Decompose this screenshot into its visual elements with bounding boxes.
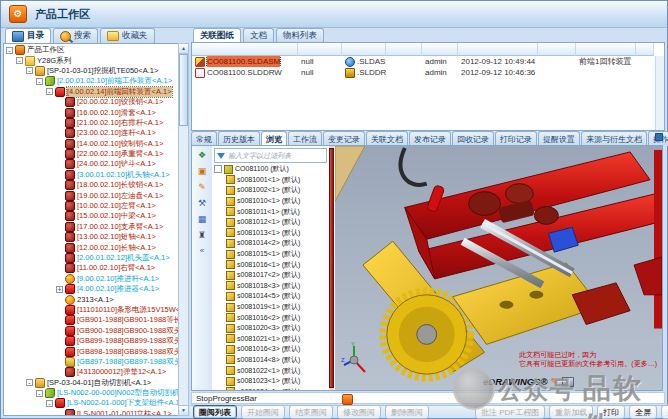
tree-item[interactable]: - Y28G系列	[4, 55, 178, 65]
tab-search[interactable]: 搜索	[53, 28, 98, 43]
tree-item[interactable]: [10.00.02.10]左臂<A.1>	[4, 201, 178, 211]
viewport-3d[interactable]: Y Z 此文档可能已过时，因为 它具有可能已更新的文件参考引用。(更多…) eD…	[335, 146, 662, 390]
action-button[interactable]: 全屏	[629, 405, 657, 419]
component-item[interactable]: s0081020<3> (默认)	[212, 323, 329, 334]
tree-item[interactable]: [20.00.02.10]铰接销<A.1>	[4, 97, 178, 107]
tree-item[interactable]: [11.00.02.10]右臂<A.1>	[4, 263, 178, 273]
tree-scrollbar[interactable]: ▲ ▼	[178, 43, 189, 416]
tree-item[interactable]: [22.00.02.10]承重臂<A.1>	[4, 149, 178, 159]
component-item[interactable]: s0081019<1> (默认)	[212, 302, 329, 313]
component-item[interactable]: s0081002<1> (默认)	[212, 185, 329, 196]
action-button[interactable]: 修改圈阅	[337, 405, 381, 419]
tree-item[interactable]: [GB899-1988]GB899-1988双头螺柱A型<A.1>	[4, 336, 178, 346]
column-header[interactable]	[458, 43, 538, 56]
scrollbar-thumb[interactable]	[329, 148, 334, 388]
component-item[interactable]: s0081013<1> (默认)	[212, 228, 329, 239]
column-header[interactable]	[298, 43, 342, 56]
component-item[interactable]: s0081022<1> (默认)	[212, 365, 329, 376]
tree-item[interactable]: [111010110]条形电源15V15W<A.1>	[4, 305, 178, 315]
expander-icon[interactable]: -	[26, 379, 33, 386]
component-item[interactable]: s0081017<2> (默认)	[212, 270, 329, 281]
component-item[interactable]: s0081001<1> (默认)	[212, 175, 329, 186]
tree-item[interactable]: [GB897-1988]GB897-1988双头螺柱A型<A.1>	[4, 357, 178, 367]
expander-icon[interactable]: -	[46, 88, 53, 95]
column-header[interactable]	[342, 43, 386, 56]
tree-item[interactable]: - [SP-03-04-01]自动切割机<A.1>	[4, 378, 178, 388]
assembly-root-item[interactable]: CO081100 (默认)	[212, 164, 329, 175]
tree-item[interactable]: [18.00.02.10]长铰销<A.1>	[4, 180, 178, 190]
tree-item[interactable]: [GB901-1988]GB901-1988等长双头螺柱<A.1>	[4, 315, 178, 325]
column-header[interactable]	[576, 43, 636, 56]
tree-item[interactable]: [GB898-1988]GB898-1988双头螺柱A型<A.1>	[4, 346, 178, 356]
doc-tab[interactable]: 关联图纸	[193, 28, 241, 43]
tree-item[interactable]: - 产品工作区	[4, 45, 178, 55]
detail-tab[interactable]: 常规	[191, 131, 217, 146]
tab-catalog[interactable]: 目录	[5, 28, 51, 43]
tree-item[interactable]: [GB900-1988]GB900-1988双头螺柱A型<A.1>	[4, 326, 178, 336]
expander-icon[interactable]: -	[36, 390, 43, 397]
table-scrollbar[interactable]	[655, 56, 664, 130]
tree-item[interactable]: [14.00.02.10]铰制销<A.1>	[4, 139, 178, 149]
expander-icon[interactable]: -	[46, 400, 53, 407]
detail-tab[interactable]: 关联文档	[366, 131, 408, 146]
detail-tab[interactable]: 回收记录	[452, 131, 494, 146]
action-button[interactable]: 关闭	[661, 405, 668, 419]
tab-favorites[interactable]: 收藏夹	[100, 28, 155, 43]
detail-tab[interactable]: 发布记录	[409, 131, 451, 146]
scrollbar-thumb[interactable]	[179, 54, 188, 126]
tree-item[interactable]: [16.00.02.10]滑套<A.1>	[4, 107, 178, 117]
action-button[interactable]: 重新加载	[549, 405, 593, 419]
component-item[interactable]: s0081014<2> (默认)	[212, 238, 329, 249]
scroll-down-icon[interactable]: ▼	[179, 405, 188, 415]
action-button[interactable]: 圈阅列表	[193, 405, 237, 419]
tree-item[interactable]: [21.00.02.10]右撑杆<A.1>	[4, 118, 178, 128]
snapshot-icon[interactable]: ▣	[195, 164, 210, 178]
column-header[interactable]	[422, 43, 458, 56]
action-button[interactable]: 结束圈阅	[289, 405, 333, 419]
tree-item[interactable]: [15.00.02.10]中梁<A.1>	[4, 211, 178, 221]
tree-item[interactable]: [12.00.02.10]长轴<A.1>	[4, 242, 178, 252]
component-item[interactable]: s0081016<1> (默认)	[212, 259, 329, 270]
component-item[interactable]: s0081018<3> (默认)	[212, 281, 329, 292]
tree-item[interactable]: - [4.00.02.14]前端回转装置<A.1>	[4, 87, 178, 97]
tree-item[interactable]: 2313<A.1>	[4, 294, 178, 304]
tree-item[interactable]: [19.00.02.10]左油盘<A.1>	[4, 190, 178, 200]
detail-tab[interactable]: 来源与衍生文档	[581, 131, 647, 146]
tree-item[interactable]: [3.00.01.02.10]机头轴<A.1>	[4, 170, 178, 180]
tree-item[interactable]: [4313000012]弹垫12<A.1>	[4, 367, 178, 377]
scroll-up-icon[interactable]: ▲	[179, 44, 188, 54]
doc-tab[interactable]: 物料列表	[276, 28, 324, 43]
component-tree-scrollbar[interactable]	[329, 146, 334, 390]
tree-item[interactable]: [23.00.02.10]连杆<A.1>	[4, 128, 178, 138]
warning-line-2[interactable]: 它具有可能已更新的文件参考引用。(更多…)	[519, 360, 657, 369]
action-button[interactable]: 删除圈阅	[385, 405, 429, 419]
detail-tab[interactable]: 打印记录	[495, 131, 537, 146]
column-header[interactable]	[538, 43, 576, 56]
table-row[interactable]: CO081100.SLDASM null .SLDASM admin 2012-…	[192, 56, 664, 67]
detail-tab[interactable]: 历史版本	[218, 131, 260, 146]
expander-icon[interactable]: +	[56, 286, 63, 293]
component-item[interactable]: s0081015<1> (默认)	[212, 249, 329, 260]
component-item[interactable]: s0081023<1> (默认)	[212, 376, 329, 387]
checkbox-icon[interactable]	[214, 165, 222, 173]
doc-tab[interactable]: 文档	[243, 28, 274, 43]
collapse-icon[interactable]: «	[195, 244, 210, 258]
tree-item[interactable]: - [LS-N002-00-000]N002型自动切割机<A.1>	[4, 388, 178, 398]
filter-box[interactable]: 输入文字以过滤列表	[214, 148, 327, 163]
tree-item[interactable]: - [SP-01-03-01]挖掘机TE050<A.1>	[4, 66, 178, 76]
tree-item[interactable]: + [4.00.02.10]推进器<A.1>	[4, 284, 178, 294]
detail-tab[interactable]: 提醒设置	[538, 131, 580, 146]
column-header[interactable]	[636, 43, 654, 56]
component-item[interactable]: s0081016<3> (默认)	[212, 344, 329, 355]
component-item[interactable]: s0081010<1> (默认)	[212, 196, 329, 207]
expander-icon[interactable]: -	[26, 67, 33, 74]
tree-item[interactable]: [9.00.02.10]推进杆<A.1>	[4, 274, 178, 284]
tree-item[interactable]: [13.00.02.10]短轴<A.1>	[4, 232, 178, 242]
tree-item[interactable]: [LS-N001-01-001]立柱<A.1>	[4, 409, 178, 416]
detail-tab[interactable]: 工作流	[288, 131, 322, 146]
markup-pencil-icon[interactable]: ✎	[195, 180, 210, 194]
component-item[interactable]: s0081014<8> (默认)	[212, 355, 329, 366]
measure-icon[interactable]: ⚒	[195, 196, 210, 210]
tree-item[interactable]: - [LS-N002-01-000]下支架组件<A.1>	[4, 398, 178, 408]
expander-icon[interactable]: -	[16, 57, 23, 64]
